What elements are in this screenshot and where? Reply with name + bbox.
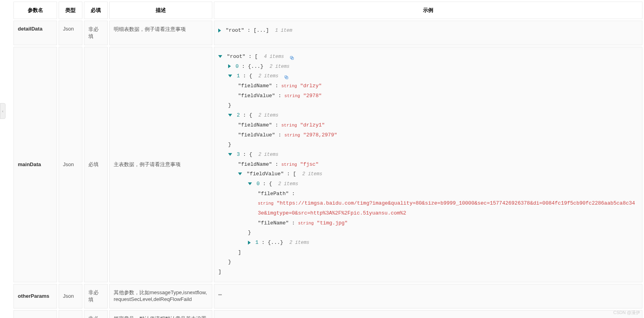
json-index: 0	[236, 63, 239, 69]
json-brace: ]	[218, 269, 221, 275]
table-row: otherParams Json 非必填 其他参数，比如messageType,…	[13, 284, 642, 308]
cell-required: 非必填	[84, 21, 108, 45]
json-value: "timg.jpg"	[317, 220, 348, 226]
cell-param: remark	[13, 310, 57, 318]
header-param: 参数名	[13, 2, 57, 19]
json-key: "fieldName"	[238, 161, 272, 167]
json-collapsed[interactable]: {...}	[248, 63, 263, 69]
json-type: string	[281, 84, 297, 88]
json-item-count: 2 items	[258, 73, 278, 79]
json-index: 1	[255, 239, 259, 245]
cell-required: 非必填	[84, 284, 108, 308]
cell-type: String	[59, 310, 82, 318]
cell-desc: 主表数据，例子请看注意事项	[109, 47, 212, 282]
params-table: 参数名 类型 必填 描述 示例 detailData Json 非必填 明细表数…	[12, 0, 644, 318]
collapse-toggle-icon[interactable]	[238, 172, 242, 175]
expand-toggle-icon[interactable]	[248, 241, 251, 245]
cell-type: Json	[59, 21, 82, 45]
side-handle[interactable]: ‹	[0, 103, 6, 119]
copy-icon[interactable]	[284, 74, 289, 79]
cell-example: ""	[214, 284, 642, 308]
json-key: "root"	[227, 54, 246, 59]
cell-desc: 签字意见，默认值流程默认意见若未设置则为空	[109, 310, 212, 318]
json-value: "drlzy1"	[300, 122, 325, 128]
json-type: string	[284, 94, 300, 98]
json-type: string	[258, 201, 274, 206]
collapse-toggle-icon[interactable]	[218, 55, 222, 58]
json-value: "drlzy"	[300, 83, 322, 89]
cell-desc: 明细表数据，例子请看注意事项	[109, 21, 212, 45]
table-row: detailData Json 非必填 明细表数据，例子请看注意事项 "root…	[13, 21, 642, 45]
header-desc: 描述	[109, 2, 212, 19]
collapse-toggle-icon[interactable]	[248, 182, 252, 185]
cell-example: "root" : [...] 1 item	[214, 21, 642, 45]
json-type: string	[298, 221, 314, 226]
header-type: 类型	[59, 2, 82, 19]
json-item-count: 1 item	[275, 28, 292, 33]
json-item-count: 2 items	[258, 152, 278, 157]
cell-example: ""	[214, 310, 642, 318]
json-item-count: 4 items	[264, 54, 284, 59]
json-collapsed[interactable]: {...}	[268, 239, 283, 245]
json-key: "fileName"	[258, 220, 289, 226]
json-item-count: 2 items	[258, 113, 278, 118]
json-brace: }	[228, 102, 231, 108]
json-collapsed[interactable]: [...]	[253, 27, 269, 33]
expand-toggle-icon[interactable]	[228, 64, 231, 68]
json-value: "https://timgsa.baidu.com/timg?image&qua…	[258, 200, 635, 216]
json-key: "filePath"	[258, 191, 289, 197]
cell-param: otherParams	[13, 284, 57, 308]
copy-icon[interactable]	[290, 54, 294, 59]
json-item-count: 2 items	[290, 240, 309, 245]
header-required: 必填	[84, 2, 108, 19]
json-item-count: 2 items	[278, 181, 298, 187]
cell-type: Json	[59, 47, 82, 282]
watermark: CSDN @漫伊	[614, 310, 640, 316]
json-index: 1	[237, 73, 240, 79]
json-index: 3	[237, 151, 240, 157]
cell-desc: 其他参数，比如messageType,isnextflow,requestSec…	[109, 284, 212, 308]
json-type: string	[281, 162, 297, 167]
json-type: string	[281, 123, 297, 128]
collapse-toggle-icon[interactable]	[228, 114, 232, 117]
json-item-count: 2 items	[302, 171, 322, 177]
table-header-row: 参数名 类型 必填 描述 示例	[13, 2, 642, 19]
json-key: "root"	[226, 27, 244, 33]
table-row: mainData Json 必填 主表数据，例子请看注意事项 "root" : …	[13, 47, 642, 282]
json-value: "fjsc"	[300, 161, 319, 167]
json-type: string	[284, 133, 300, 138]
json-key: "fieldValue"	[238, 132, 275, 138]
json-key: "fieldValue"	[247, 171, 284, 177]
cell-example: "root" : [ 4 items 0 : {...} 2 items	[214, 47, 642, 282]
cell-required: 必填	[84, 47, 108, 282]
json-item-count: 2 items	[270, 64, 290, 69]
table-row: remark String 非必填 签字意见，默认值流程默认意见若未设置则为空 …	[13, 310, 642, 318]
expand-toggle-icon[interactable]	[218, 29, 221, 33]
cell-param: detailData	[13, 21, 57, 45]
json-value: "2978"	[303, 93, 322, 99]
cell-param: mainData	[13, 47, 57, 282]
json-key: "fieldName"	[238, 83, 272, 89]
json-index: 0	[257, 181, 260, 187]
json-key: "fieldName"	[238, 122, 272, 128]
json-brace: }	[248, 230, 251, 236]
json-brace: }	[228, 259, 231, 265]
cell-required: 非必填	[84, 310, 108, 318]
json-key: "fieldValue"	[238, 93, 275, 99]
collapse-toggle-icon[interactable]	[228, 153, 232, 156]
json-brace: }	[228, 142, 231, 148]
header-example: 示例	[214, 2, 642, 19]
json-index: 2	[237, 112, 240, 118]
cell-type: Json	[59, 284, 82, 308]
json-brace: ]	[238, 249, 241, 255]
collapse-toggle-icon[interactable]	[228, 75, 232, 77]
json-value: "2978,2979"	[303, 132, 337, 138]
